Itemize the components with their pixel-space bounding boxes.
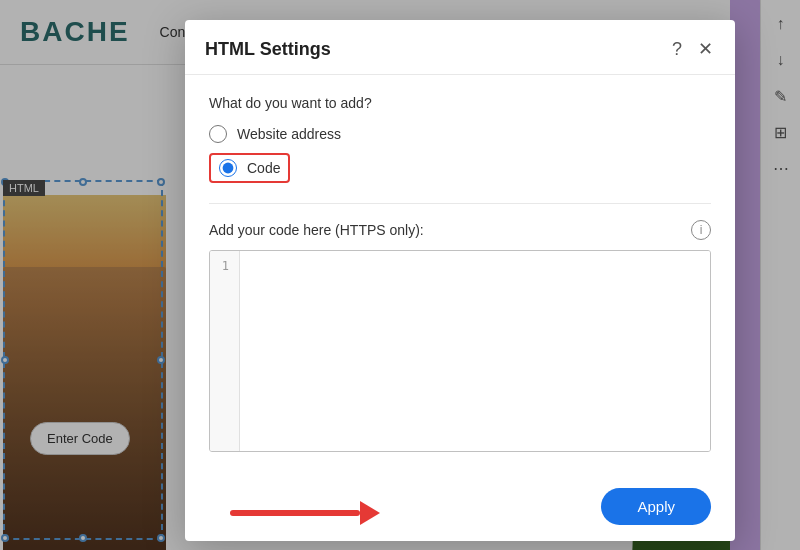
modal-title: HTML Settings: [205, 39, 331, 60]
help-button[interactable]: ?: [670, 37, 684, 62]
radio-code-input[interactable]: [219, 159, 237, 177]
modal-body: What do you want to add? Website address…: [185, 75, 735, 472]
code-label-text: Add your code here (HTTPS only):: [209, 222, 424, 238]
modal-header: HTML Settings ? ✕: [185, 20, 735, 75]
close-button[interactable]: ✕: [696, 36, 715, 62]
code-textarea[interactable]: [240, 251, 710, 451]
red-arrow: [230, 501, 380, 525]
line-numbers: 1: [210, 251, 240, 451]
arrow-head: [360, 501, 380, 525]
arrow-line: [230, 510, 360, 516]
divider: [209, 203, 711, 204]
line-number-1: 1: [220, 259, 229, 273]
radio-group: Website address Code: [209, 125, 711, 183]
code-option-highlight: Code: [209, 153, 290, 183]
code-editor: 1: [209, 250, 711, 452]
modal-header-icons: ? ✕: [670, 36, 715, 62]
radio-code-label: Code: [247, 160, 280, 176]
html-settings-modal: HTML Settings ? ✕ What do you want to ad…: [185, 20, 735, 541]
radio-website-address-input[interactable]: [209, 125, 227, 143]
radio-website-address-label: Website address: [237, 126, 341, 142]
info-icon[interactable]: i: [691, 220, 711, 240]
code-section-label: Add your code here (HTTPS only): i: [209, 220, 711, 240]
question-label: What do you want to add?: [209, 95, 711, 111]
radio-website-address[interactable]: Website address: [209, 125, 711, 143]
radio-code[interactable]: Code: [209, 153, 711, 183]
apply-button[interactable]: Apply: [601, 488, 711, 525]
